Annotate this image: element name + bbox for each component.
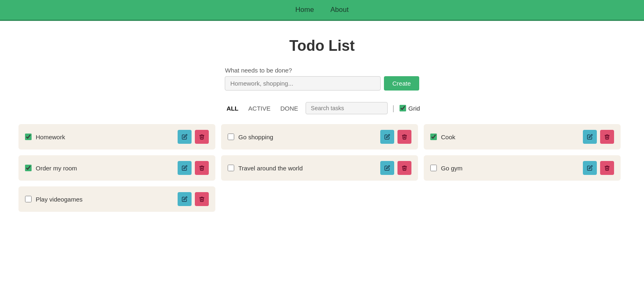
task-actions	[380, 161, 411, 175]
task-name: Travel around the world	[238, 165, 376, 172]
filter-active[interactable]: ACTIVE	[246, 103, 273, 113]
edit-button[interactable]	[178, 192, 192, 206]
edit-button[interactable]	[380, 161, 394, 175]
task-actions	[178, 192, 209, 206]
task-grid: HomeworkOrder my roomPlay videogamesGo s…	[18, 124, 626, 212]
task-actions	[178, 161, 209, 175]
new-task-input[interactable]	[225, 76, 381, 91]
task-input-area: What needs to be done? Create	[225, 67, 419, 91]
filter-divider: |	[393, 104, 395, 113]
search-input[interactable]	[306, 102, 388, 114]
edit-button[interactable]	[178, 161, 192, 175]
task-checkbox[interactable]	[430, 134, 437, 140]
task-item: Order my room	[18, 155, 215, 181]
filter-bar: ALL ACTIVE DONE | Grid	[224, 102, 420, 114]
edit-button[interactable]	[380, 130, 394, 144]
task-actions	[583, 161, 614, 175]
navbar: Home About	[0, 0, 644, 21]
task-actions	[178, 130, 209, 144]
task-name: Homework	[36, 134, 174, 141]
nav-home[interactable]: Home	[295, 6, 314, 14]
delete-button[interactable]	[397, 161, 411, 175]
delete-button[interactable]	[195, 130, 209, 144]
task-name: Cook	[441, 134, 579, 141]
delete-button[interactable]	[600, 130, 614, 144]
task-name: Order my room	[36, 165, 174, 172]
task-checkbox[interactable]	[228, 134, 234, 140]
task-name: Go gym	[441, 165, 579, 172]
task-name: Go shopping	[238, 134, 376, 141]
edit-button[interactable]	[583, 161, 597, 175]
task-item: Go gym	[424, 155, 621, 181]
task-checkbox[interactable]	[25, 196, 32, 202]
input-label: What needs to be done?	[225, 67, 292, 74]
task-checkbox[interactable]	[228, 165, 234, 171]
task-item: Travel around the world	[221, 155, 418, 181]
edit-button[interactable]	[178, 130, 192, 144]
task-item: Cook	[424, 124, 621, 150]
filter-done[interactable]: DONE	[278, 103, 300, 113]
task-item: Homework	[18, 124, 215, 150]
create-button[interactable]: Create	[384, 76, 419, 91]
task-name: Play videogames	[36, 196, 174, 203]
task-item: Play videogames	[18, 186, 215, 212]
input-row: Create	[225, 76, 419, 91]
task-item: Go shopping	[221, 124, 418, 150]
delete-button[interactable]	[195, 161, 209, 175]
page-title: Todo List	[289, 37, 354, 54]
task-actions	[583, 130, 614, 144]
delete-button[interactable]	[600, 161, 614, 175]
task-checkbox[interactable]	[430, 165, 437, 171]
main-content: Todo List What needs to be done? Create …	[0, 21, 644, 212]
delete-button[interactable]	[195, 192, 209, 206]
delete-button[interactable]	[397, 130, 411, 144]
task-checkbox[interactable]	[25, 134, 32, 140]
filter-all[interactable]: ALL	[224, 103, 241, 113]
edit-button[interactable]	[583, 130, 597, 144]
grid-toggle-area: Grid	[400, 105, 420, 112]
task-checkbox[interactable]	[25, 165, 32, 171]
task-actions	[380, 130, 411, 144]
grid-label: Grid	[409, 105, 420, 112]
grid-checkbox[interactable]	[400, 105, 406, 111]
nav-about[interactable]: About	[330, 6, 348, 14]
